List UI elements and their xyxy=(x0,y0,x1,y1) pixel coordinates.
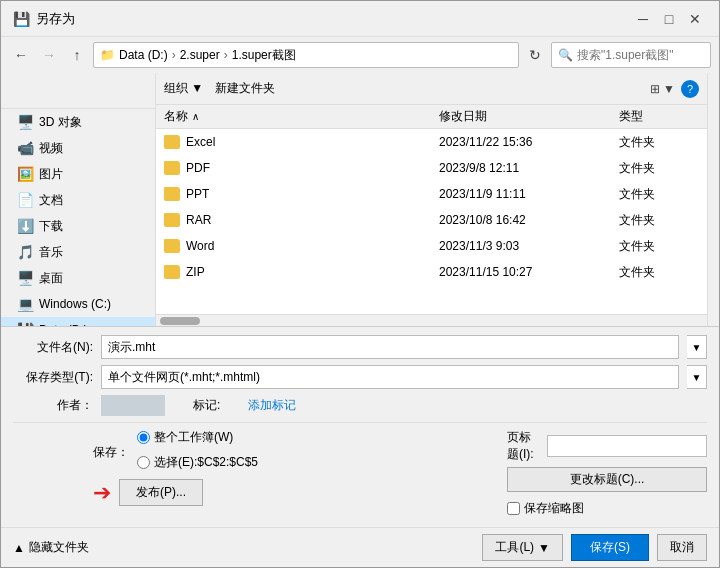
video-icon: 📹 xyxy=(17,140,33,156)
sidebar-item-download[interactable]: ⬇️ 下载 xyxy=(1,213,155,239)
sidebar-item-windows[interactable]: 💻 Windows (C:) xyxy=(1,291,155,317)
horizontal-scrollbar[interactable] xyxy=(156,314,707,326)
sidebar-item-download-label: 下载 xyxy=(39,218,63,235)
col-date-header[interactable]: 修改日期 xyxy=(439,107,619,126)
file-toolbar: 组织 ▼ 新建文件夹 ⊞ ▼ ? xyxy=(156,73,707,105)
up-button[interactable]: ↑ xyxy=(65,43,89,67)
publish-button[interactable]: 发布(P)... xyxy=(119,479,203,506)
save-button[interactable]: 保存(S) xyxy=(571,534,649,561)
address-part3: 1.super截图 xyxy=(232,47,296,64)
tools-label: 工具(L) xyxy=(495,539,534,556)
file-type-cell: 文件夹 xyxy=(619,238,699,255)
tools-arrow-icon: ▼ xyxy=(538,541,550,555)
new-folder-button[interactable]: 新建文件夹 xyxy=(215,80,275,97)
sidebar: 🖥️ 3D 对象 📹 视频 🖼️ 图片 📄 文档 ⬇️ 下载 🎵 音乐 xyxy=(1,73,156,326)
page-title-input[interactable] xyxy=(547,435,707,457)
selection-radio[interactable] xyxy=(137,456,150,469)
file-type-cell: 文件夹 xyxy=(619,264,699,281)
sidebar-toolbar xyxy=(1,77,155,109)
nav-toolbar: ← → ↑ 📁 Data (D:) › 2.super › 1.super截图 … xyxy=(1,37,719,73)
add-tags-link[interactable]: 添加标记 xyxy=(248,397,296,414)
footer: ▲ 隐藏文件夹 工具(L) ▼ 保存(S) 取消 xyxy=(1,527,719,567)
organize-button[interactable]: 组织 ▼ xyxy=(164,80,203,97)
hide-folders-toggle[interactable]: ▲ 隐藏文件夹 xyxy=(13,539,89,556)
sidebar-item-data[interactable]: 💾 Data (D:) xyxy=(1,317,155,326)
address-text: Data (D:) › 2.super › 1.super截图 xyxy=(119,47,296,64)
search-icon: 🔍 xyxy=(558,48,573,62)
folder-icon xyxy=(164,187,180,201)
sidebar-item-document[interactable]: 📄 文档 xyxy=(1,187,155,213)
title-bar: 💾 另存为 ─ □ ✕ xyxy=(1,1,719,37)
search-input[interactable] xyxy=(577,48,704,62)
sidebar-item-desktop[interactable]: 🖥️ 桌面 xyxy=(1,265,155,291)
file-name-cell: Excel xyxy=(164,135,439,149)
file-date-cell: 2023/11/9 11:11 xyxy=(439,187,619,201)
chevron-up-icon: ▲ xyxy=(13,541,25,555)
table-row[interactable]: Word 2023/11/3 9:03 文件夹 xyxy=(156,233,707,259)
view-options-button[interactable]: ⊞ ▼ xyxy=(650,82,675,96)
sidebar-item-video[interactable]: 📹 视频 xyxy=(1,135,155,161)
file-type-cell: 文件夹 xyxy=(619,212,699,229)
address-sep1: › xyxy=(172,48,176,62)
savetype-dropdown-button[interactable]: ▼ xyxy=(687,365,707,389)
savetype-select[interactable]: 单个文件网页(*.mht;*.mhtml) xyxy=(101,365,679,389)
file-date-cell: 2023/10/8 16:42 xyxy=(439,213,619,227)
close-button[interactable]: ✕ xyxy=(683,7,707,31)
file-type-cell: 文件夹 xyxy=(619,160,699,177)
sidebar-item-picture[interactable]: 🖼️ 图片 xyxy=(1,161,155,187)
help-icon: ? xyxy=(687,83,693,95)
filename-label: 文件名(N): xyxy=(13,339,93,356)
dialog-title: 另存为 xyxy=(36,10,75,28)
sidebar-item-3d[interactable]: 🖥️ 3D 对象 xyxy=(1,109,155,135)
publish-area: ➔ 发布(P)... xyxy=(93,479,487,506)
maximize-button[interactable]: □ xyxy=(657,7,681,31)
thumbnail-checkbox-row: 保存缩略图 xyxy=(507,500,707,517)
file-name-cell: RAR xyxy=(164,213,439,227)
table-row[interactable]: RAR 2023/10/8 16:42 文件夹 xyxy=(156,207,707,233)
file-type-cell: 文件夹 xyxy=(619,134,699,151)
sidebar-item-picture-label: 图片 xyxy=(39,166,63,183)
refresh-button[interactable]: ↻ xyxy=(523,43,547,67)
savetype-row: 保存类型(T): 单个文件网页(*.mht;*.mhtml) ▼ xyxy=(13,365,707,389)
address-part1: Data (D:) xyxy=(119,48,168,62)
cancel-button[interactable]: 取消 xyxy=(657,534,707,561)
sidebar-item-music[interactable]: 🎵 音乐 xyxy=(1,239,155,265)
search-bar[interactable]: 🔍 xyxy=(551,42,711,68)
col-name-header[interactable]: 名称 ∧ xyxy=(164,107,439,126)
filename-input[interactable] xyxy=(101,335,679,359)
content-area: 🖥️ 3D 对象 📹 视频 🖼️ 图片 📄 文档 ⬇️ 下载 🎵 音乐 xyxy=(1,73,719,326)
save-options: 保存： 整个工作簿(W) 选择(E):$C$2:$C$5 ➔ xyxy=(13,422,707,523)
file-name-cell: PPT xyxy=(164,187,439,201)
thumbnail-checkbox[interactable] xyxy=(507,502,520,515)
filename-dropdown-button[interactable]: ▼ xyxy=(687,335,707,359)
table-row[interactable]: PDF 2023/9/8 12:11 文件夹 xyxy=(156,155,707,181)
address-sep2: › xyxy=(224,48,228,62)
change-title-button[interactable]: 更改标题(C)... xyxy=(507,467,707,492)
table-row[interactable]: ZIP 2023/11/15 10:27 文件夹 xyxy=(156,259,707,285)
whole-workbook-radio[interactable] xyxy=(137,431,150,444)
author-label: 作者： xyxy=(13,397,93,414)
file-area: 组织 ▼ 新建文件夹 ⊞ ▼ ? 名称 ∧ xyxy=(156,73,707,326)
address-part2: 2.super xyxy=(180,48,220,62)
footer-right: 工具(L) ▼ 保存(S) 取消 xyxy=(482,534,707,561)
bottom-panel: 文件名(N): ▼ 保存类型(T): 单个文件网页(*.mht;*.mhtml)… xyxy=(1,326,719,527)
col-type-header[interactable]: 类型 xyxy=(619,107,699,126)
file-date-cell: 2023/9/8 12:11 xyxy=(439,161,619,175)
new-folder-label: 新建文件夹 xyxy=(215,81,275,95)
minimize-button[interactable]: ─ xyxy=(631,7,655,31)
help-button[interactable]: ? xyxy=(681,80,699,98)
file-type-cell: 文件夹 xyxy=(619,186,699,203)
tools-button[interactable]: 工具(L) ▼ xyxy=(482,534,563,561)
table-row[interactable]: PPT 2023/11/9 11:11 文件夹 xyxy=(156,181,707,207)
folder-icon xyxy=(164,161,180,175)
download-icon: ⬇️ xyxy=(17,218,33,234)
table-row[interactable]: Excel 2023/11/22 15:36 文件夹 xyxy=(156,129,707,155)
address-bar[interactable]: 📁 Data (D:) › 2.super › 1.super截图 xyxy=(93,42,519,68)
file-name-cell: Word xyxy=(164,239,439,253)
folder-icon xyxy=(164,135,180,149)
author-value xyxy=(101,395,165,416)
vertical-scrollbar[interactable] xyxy=(707,73,719,326)
forward-button[interactable]: → xyxy=(37,43,61,67)
back-button[interactable]: ← xyxy=(9,43,33,67)
sidebar-item-3d-label: 3D 对象 xyxy=(39,114,82,131)
